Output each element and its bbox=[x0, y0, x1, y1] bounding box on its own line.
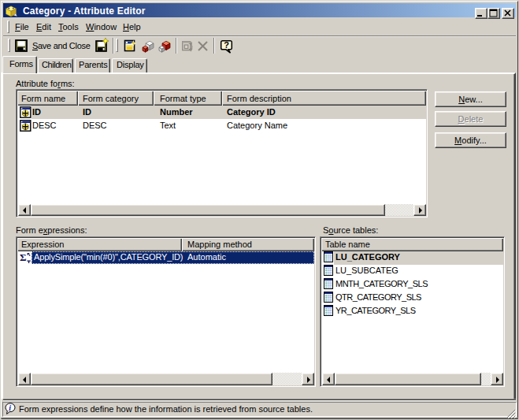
svg-text:Σ: Σ bbox=[20, 251, 27, 263]
svg-text:i: i bbox=[9, 403, 11, 412]
svg-text:?: ? bbox=[224, 40, 229, 50]
